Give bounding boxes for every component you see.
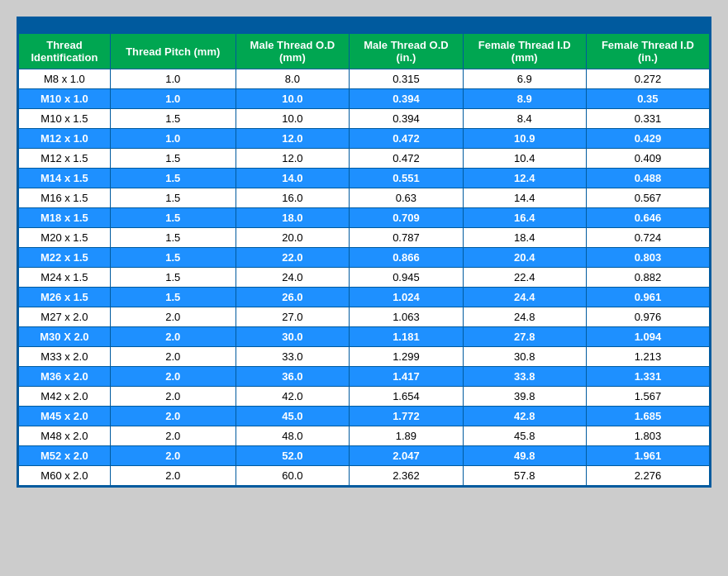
table-cell: 10.0 bbox=[236, 109, 350, 129]
table-cell: 6.9 bbox=[463, 69, 586, 89]
table-cell: 2.362 bbox=[350, 466, 464, 486]
metric-thread-chart: ThreadIdentificationThread Pitch (mm)Mal… bbox=[17, 17, 711, 488]
table-cell: 2.0 bbox=[110, 367, 236, 387]
table-cell: 0.315 bbox=[350, 69, 464, 89]
table-cell: 0.724 bbox=[586, 228, 709, 248]
table-cell: 1.0 bbox=[110, 69, 236, 89]
table-cell: 0.331 bbox=[586, 109, 709, 129]
table-cell: 10.9 bbox=[463, 129, 586, 149]
table-cell: M52 x 2.0 bbox=[19, 446, 111, 466]
table-cell: 42.0 bbox=[236, 387, 350, 407]
table-cell: 2.0 bbox=[110, 347, 236, 367]
table-cell: 0.882 bbox=[586, 268, 709, 288]
table-cell: 18.4 bbox=[463, 228, 586, 248]
column-header-4: Female Thread I.D(mm) bbox=[463, 34, 586, 69]
table-row: M27 x 2.02.027.01.06324.80.976 bbox=[19, 307, 710, 327]
table-row: M12 x 1.01.012.00.47210.90.429 bbox=[19, 129, 710, 149]
table-cell: 14.0 bbox=[236, 169, 350, 188]
table-cell: 1.094 bbox=[586, 327, 709, 347]
table-cell: 16.4 bbox=[463, 208, 586, 228]
table-cell: 1.213 bbox=[586, 347, 709, 367]
table-cell: 1.654 bbox=[350, 387, 464, 407]
table-cell: 0.63 bbox=[350, 188, 464, 208]
table-cell: M42 x 2.0 bbox=[19, 387, 111, 407]
table-cell: 1.567 bbox=[586, 387, 709, 407]
table-row: M14 x 1.51.514.00.55112.40.488 bbox=[19, 169, 710, 188]
table-cell: 14.4 bbox=[463, 188, 586, 208]
table-cell: 2.0 bbox=[110, 407, 236, 426]
table-cell: 1.803 bbox=[586, 426, 709, 446]
table-cell: 48.0 bbox=[236, 426, 350, 446]
table-row: M48 x 2.02.048.01.8945.81.803 bbox=[19, 426, 710, 446]
table-cell: 0.567 bbox=[586, 188, 709, 208]
table-cell: 0.429 bbox=[586, 129, 709, 149]
table-cell: 1.5 bbox=[110, 228, 236, 248]
column-header-0: ThreadIdentification bbox=[19, 34, 111, 69]
column-header-3: Male Thread O.D(in.) bbox=[350, 34, 464, 69]
table-row: M60 x 2.02.060.02.36257.82.276 bbox=[19, 466, 710, 486]
table-cell: 2.0 bbox=[110, 426, 236, 446]
table-row: M22 x 1.51.522.00.86620.40.803 bbox=[19, 248, 710, 268]
table-cell: 0.945 bbox=[350, 268, 464, 288]
table-cell: 1.961 bbox=[586, 446, 709, 466]
table-title bbox=[18, 18, 710, 33]
table-cell: 12.0 bbox=[236, 129, 350, 149]
table-cell: 20.4 bbox=[463, 248, 586, 268]
table-cell: M18 x 1.5 bbox=[19, 208, 111, 228]
table-cell: 8.0 bbox=[236, 69, 350, 89]
table-cell: 12.0 bbox=[236, 149, 350, 169]
table-cell: 45.8 bbox=[463, 426, 586, 446]
table-cell: 2.0 bbox=[110, 327, 236, 347]
table-row: M33 x 2.02.033.01.29930.81.213 bbox=[19, 347, 710, 367]
table-row: M18 x 1.51.518.00.70916.40.646 bbox=[19, 208, 710, 228]
table-cell: 1.181 bbox=[350, 327, 464, 347]
table-cell: M12 x 1.0 bbox=[19, 129, 111, 149]
table-cell: 20.0 bbox=[236, 228, 350, 248]
table-body: M8 x 1.01.08.00.3156.90.272M10 x 1.01.01… bbox=[19, 69, 710, 486]
table-cell: 2.0 bbox=[110, 446, 236, 466]
table-cell: 1.5 bbox=[110, 109, 236, 129]
table-cell: 1.5 bbox=[110, 149, 236, 169]
table-cell: 1.299 bbox=[350, 347, 464, 367]
table-row: M12 x 1.51.512.00.47210.40.409 bbox=[19, 149, 710, 169]
table-cell: 24.8 bbox=[463, 307, 586, 327]
table-row: M42 x 2.02.042.01.65439.81.567 bbox=[19, 387, 710, 407]
table-row: M24 x 1.51.524.00.94522.40.882 bbox=[19, 268, 710, 288]
table-cell: 49.8 bbox=[463, 446, 586, 466]
table-cell: 1.5 bbox=[110, 268, 236, 288]
table-cell: 1.89 bbox=[350, 426, 464, 446]
table-cell: M16 x 1.5 bbox=[19, 188, 111, 208]
table-cell: 0.803 bbox=[586, 248, 709, 268]
table-cell: 0.409 bbox=[586, 149, 709, 169]
table-cell: M27 x 2.0 bbox=[19, 307, 111, 327]
table-header-row: ThreadIdentificationThread Pitch (mm)Mal… bbox=[19, 34, 710, 69]
table-cell: M20 x 1.5 bbox=[19, 228, 111, 248]
table-cell: M36 x 2.0 bbox=[19, 367, 111, 387]
table-cell: 0.394 bbox=[350, 89, 464, 109]
table-cell: 0.709 bbox=[350, 208, 464, 228]
table-row: M10 x 1.01.010.00.3948.90.35 bbox=[19, 89, 710, 109]
table-cell: 0.472 bbox=[350, 149, 464, 169]
table-cell: 2.0 bbox=[110, 466, 236, 486]
table-cell: 2.0 bbox=[110, 387, 236, 407]
table-cell: M30 X 2.0 bbox=[19, 327, 111, 347]
table-cell: M22 x 1.5 bbox=[19, 248, 111, 268]
table-cell: 45.0 bbox=[236, 407, 350, 426]
table-row: M26 x 1.51.526.01.02424.40.961 bbox=[19, 288, 710, 307]
table-cell: 0.551 bbox=[350, 169, 464, 188]
table-cell: 8.4 bbox=[463, 109, 586, 129]
column-header-5: Female Thread I.D(in.) bbox=[586, 34, 709, 69]
table-cell: 1.0 bbox=[110, 89, 236, 109]
table-cell: 0.394 bbox=[350, 109, 464, 129]
table-cell: 1.5 bbox=[110, 288, 236, 307]
table-cell: 24.4 bbox=[463, 288, 586, 307]
table-cell: 0.976 bbox=[586, 307, 709, 327]
table-cell: M33 x 2.0 bbox=[19, 347, 111, 367]
table-row: M8 x 1.01.08.00.3156.90.272 bbox=[19, 69, 710, 89]
table-cell: 60.0 bbox=[236, 466, 350, 486]
table-cell: M26 x 1.5 bbox=[19, 288, 111, 307]
column-header-2: Male Thread O.D(mm) bbox=[236, 34, 350, 69]
table-cell: 36.0 bbox=[236, 367, 350, 387]
table-cell: 0.866 bbox=[350, 248, 464, 268]
table-row: M30 X 2.02.030.01.18127.81.094 bbox=[19, 327, 710, 347]
